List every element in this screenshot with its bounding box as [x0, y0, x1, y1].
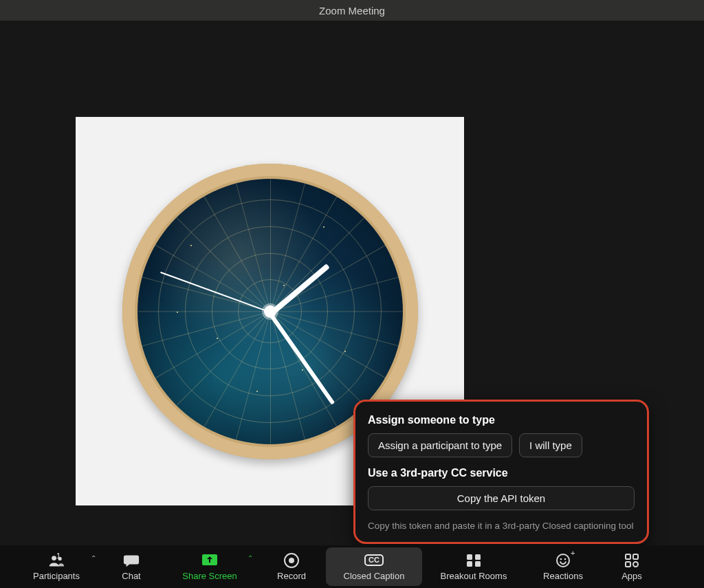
popup-hint-text: Copy this token and paste it in a 3rd-pa…: [368, 520, 635, 532]
closed-caption-button[interactable]: CC Closed Caption: [326, 547, 422, 586]
participants-button[interactable]: 1 ⌃ Participants: [12, 547, 100, 586]
reactions-label: Reactions: [543, 571, 583, 581]
closed-caption-label: Closed Caption: [344, 571, 405, 581]
apps-label: Apps: [622, 571, 642, 581]
chat-button[interactable]: Chat: [100, 547, 162, 586]
participants-label: Participants: [33, 571, 80, 581]
svg-rect-13: [633, 554, 638, 559]
i-will-type-button[interactable]: I will type: [519, 433, 582, 457]
svg-rect-12: [626, 554, 630, 559]
chat-icon: [123, 553, 140, 568]
closed-caption-icon: CC: [366, 553, 382, 568]
svg-point-4: [289, 558, 294, 563]
breakout-rooms-label: Breakout Rooms: [441, 571, 507, 581]
share-screen-label: Share Screen: [182, 571, 237, 581]
svg-rect-14: [626, 562, 630, 567]
svg-rect-8: [475, 561, 481, 567]
svg-rect-7: [467, 561, 472, 567]
chevron-up-icon[interactable]: ⌃: [248, 554, 253, 562]
share-screen-icon: [201, 553, 218, 568]
svg-point-11: [564, 558, 566, 560]
popup-section-3rdparty-title: Use a 3rd-party CC service: [368, 467, 635, 479]
chat-label: Chat: [122, 571, 140, 581]
chevron-up-icon[interactable]: ⌃: [91, 554, 96, 562]
record-label: Record: [277, 571, 306, 581]
apps-icon: [624, 553, 640, 568]
reactions-icon: [555, 553, 571, 568]
breakout-rooms-button[interactable]: Breakout Rooms: [422, 547, 525, 586]
breakout-rooms-icon: [465, 553, 482, 568]
window-title: Zoom Meeting: [319, 5, 385, 17]
assign-participant-button[interactable]: Assign a participant to type: [368, 433, 512, 457]
svg-point-9: [557, 554, 569, 567]
record-button[interactable]: Record: [257, 547, 326, 586]
closed-caption-popup: Assign someone to type Assign a particip…: [353, 400, 649, 544]
record-icon: [283, 553, 300, 568]
meeting-toolbar: 1 ⌃ Participants Chat ⌃ Share Screen Rec…: [0, 545, 704, 588]
popup-section-assign-title: Assign someone to type: [368, 414, 635, 426]
share-screen-button[interactable]: ⌃ Share Screen: [162, 547, 257, 586]
reactions-button[interactable]: + Reactions: [525, 547, 601, 586]
svg-point-15: [633, 562, 638, 567]
window-titlebar: Zoom Meeting: [0, 0, 704, 21]
participants-count: 1: [56, 552, 60, 560]
copy-api-token-button[interactable]: Copy the API token: [368, 486, 635, 510]
svg-rect-5: [467, 554, 472, 560]
apps-button[interactable]: Apps: [601, 547, 663, 586]
plus-icon: +: [571, 549, 578, 556]
video-stage: Assign someone to type Assign a particip…: [0, 21, 704, 545]
svg-rect-6: [475, 554, 481, 560]
svg-point-0: [52, 556, 56, 560]
svg-point-10: [560, 558, 562, 560]
